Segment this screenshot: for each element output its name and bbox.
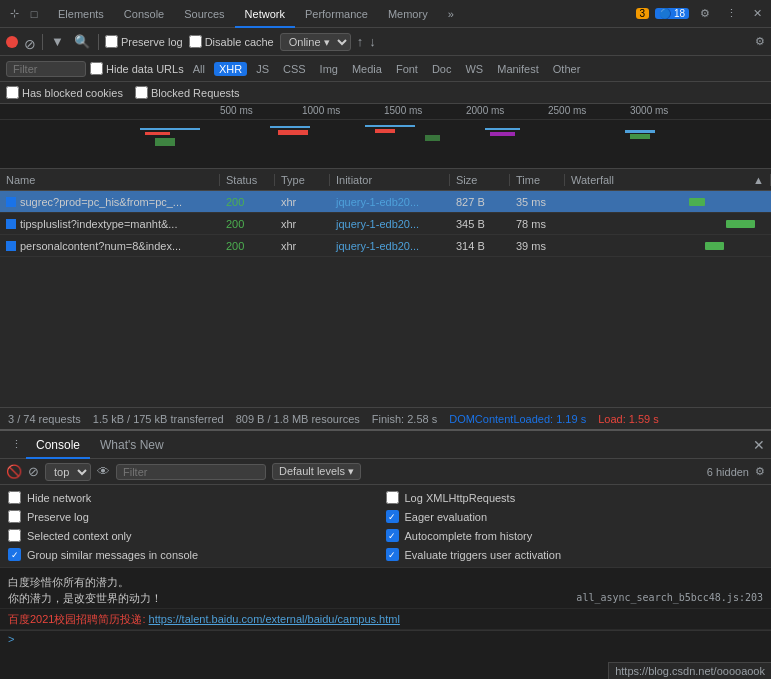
header-type: Type <box>275 174 330 186</box>
row-time: 39 ms <box>510 240 565 252</box>
tick-1500ms: 1500 ms <box>384 105 422 116</box>
eval-triggers-option[interactable]: Evaluate triggers user activation <box>386 548 764 561</box>
default-levels-button[interactable]: Default levels ▾ <box>272 463 361 480</box>
type-other-button[interactable]: Other <box>548 62 586 76</box>
record-button[interactable] <box>6 36 18 48</box>
tick-1000ms: 1000 ms <box>302 105 340 116</box>
group-similar-option[interactable]: Group similar messages in console <box>8 548 386 561</box>
box-icon[interactable]: □ <box>26 6 42 22</box>
console-options: Hide network Preserve log Selected conte… <box>0 485 771 568</box>
tick-3000ms: 3000 ms <box>630 105 668 116</box>
row-waterfall <box>565 213 771 235</box>
type-manifest-button[interactable]: Manifest <box>492 62 544 76</box>
type-ws-button[interactable]: WS <box>460 62 488 76</box>
console-settings-icon[interactable]: ⚙ <box>755 465 765 478</box>
hide-data-urls-checkbox[interactable]: Hide data URLs <box>90 62 184 75</box>
requests-count: 3 / 74 requests <box>8 413 81 425</box>
console-close-button[interactable]: ✕ <box>753 437 765 453</box>
row-time: 35 ms <box>510 196 565 208</box>
tab-performance[interactable]: Performance <box>295 0 378 28</box>
row-initiator: jquery-1-edb20... <box>330 218 450 230</box>
console-url-link[interactable]: https://talent.baidu.com/external/baidu/… <box>149 613 400 625</box>
filter-icon[interactable]: ▼ <box>49 34 66 49</box>
disable-cache-checkbox[interactable]: Disable cache <box>189 35 274 48</box>
tick-2000ms: 2000 ms <box>466 105 504 116</box>
table-row[interactable]: tipspluslist?indextype=manht&... 200 xhr… <box>0 213 771 235</box>
search-icon[interactable]: 🔍 <box>72 34 92 49</box>
console-filter-input[interactable] <box>116 464 266 480</box>
context-select[interactable]: top <box>45 463 91 481</box>
more-icon[interactable]: ⋮ <box>723 6 739 22</box>
hide-network-option[interactable]: Hide network <box>8 491 386 504</box>
console-input[interactable] <box>20 633 763 645</box>
row-size: 345 B <box>450 218 510 230</box>
clear-console-icon[interactable]: 🚫 <box>6 464 22 479</box>
close-icon[interactable]: ✕ <box>749 6 765 22</box>
devtools-top-tabs: ⊹ □ Elements Console Sources Network Per… <box>0 0 771 28</box>
header-time: Time <box>510 174 565 186</box>
network-throttle-select[interactable]: Online ▾ <box>280 33 351 51</box>
type-media-button[interactable]: Media <box>347 62 387 76</box>
row-status: 200 <box>220 196 275 208</box>
console-link-line: 百度2021校园招聘简历投递: https://talent.baidu.com… <box>0 609 771 630</box>
tab-whats-new[interactable]: What's New <box>90 431 174 459</box>
eye-icon[interactable]: 👁 <box>97 464 110 479</box>
row-size: 827 B <box>450 196 510 208</box>
bottom-url-bar: https://blog.csdn.net/ooooaook <box>608 662 771 679</box>
type-all-button[interactable]: All <box>188 62 210 76</box>
filter-bar: Hide data URLs All XHR JS CSS Img Media … <box>0 56 771 82</box>
table-header: Name Status Type Initiator Size Time Wat… <box>0 169 771 191</box>
type-font-button[interactable]: Font <box>391 62 423 76</box>
selected-context-option[interactable]: Selected context only <box>8 529 386 542</box>
type-xhr-button[interactable]: XHR <box>214 62 247 76</box>
upload-icon[interactable]: ↑ <box>357 34 364 49</box>
transferred-size: 1.5 kB / 175 kB transferred <box>93 413 224 425</box>
tab-sources[interactable]: Sources <box>174 0 234 28</box>
type-js-button[interactable]: JS <box>251 62 274 76</box>
tick-500ms: 500 ms <box>220 105 253 116</box>
row-name: sugrec?prod=pc_his&from=pc_... <box>0 196 220 208</box>
prompt-arrow: > <box>8 633 14 645</box>
network-toolbar: ⊘ ▼ 🔍 Preserve log Disable cache Online … <box>0 28 771 56</box>
table-row[interactable]: sugrec?prod=pc_his&from=pc_... 200 xhr j… <box>0 191 771 213</box>
dom-loaded-time: DOMContentLoaded: 1.19 s <box>449 413 586 425</box>
settings-icon[interactable]: ⚙ <box>697 6 713 22</box>
console-toolbar: 🚫 ⊘ top 👁 Default levels ▾ 6 hidden ⚙ <box>0 459 771 485</box>
tab-console[interactable]: Console <box>114 0 174 28</box>
eager-eval-option[interactable]: Eager evaluation <box>386 510 764 523</box>
preserve-log-option[interactable]: Preserve log <box>8 510 386 523</box>
row-color-icon <box>6 241 16 251</box>
autocomplete-option[interactable]: Autocomplete from history <box>386 529 764 542</box>
type-css-button[interactable]: CSS <box>278 62 311 76</box>
log-xmlhttp-option[interactable]: Log XMLHttpRequests <box>386 491 764 504</box>
preserve-log-checkbox[interactable]: Preserve log <box>105 35 183 48</box>
more-tools-icon[interactable]: ⋮ <box>8 437 24 453</box>
tab-elements[interactable]: Elements <box>48 0 114 28</box>
header-initiator: Initiator <box>330 174 450 186</box>
blocked-requests-checkbox[interactable]: Blocked Requests <box>135 86 240 99</box>
tab-network[interactable]: Network <box>235 0 295 28</box>
type-doc-button[interactable]: Doc <box>427 62 457 76</box>
row-initiator: jquery-1-edb20... <box>330 196 450 208</box>
stop-button[interactable]: ⊘ <box>24 36 36 48</box>
filter-input[interactable] <box>6 61 86 77</box>
header-name: Name <box>0 174 220 186</box>
row-color-icon <box>6 219 16 229</box>
header-waterfall[interactable]: Waterfall ▲ <box>565 174 771 186</box>
console-tabs: ⋮ Console What's New ✕ <box>0 431 771 459</box>
tab-console-main[interactable]: Console <box>26 431 90 459</box>
cursor-icon[interactable]: ⊹ <box>6 6 22 22</box>
download-icon[interactable]: ↓ <box>369 34 376 49</box>
type-img-button[interactable]: Img <box>315 62 343 76</box>
tab-more[interactable]: » <box>438 0 464 28</box>
has-blocked-cookies-checkbox[interactable]: Has blocked cookies <box>6 86 123 99</box>
network-settings-icon[interactable]: ⚙ <box>755 35 765 48</box>
divider-1 <box>42 34 43 50</box>
row-type: xhr <box>275 196 330 208</box>
tab-memory[interactable]: Memory <box>378 0 438 28</box>
row-waterfall <box>565 235 771 257</box>
table-row[interactable]: personalcontent?num=8&index... 200 xhr j… <box>0 235 771 257</box>
warning-badge: 3 <box>636 8 650 19</box>
console-stop-icon[interactable]: ⊘ <box>28 464 39 479</box>
console-prompt: > <box>0 630 771 647</box>
